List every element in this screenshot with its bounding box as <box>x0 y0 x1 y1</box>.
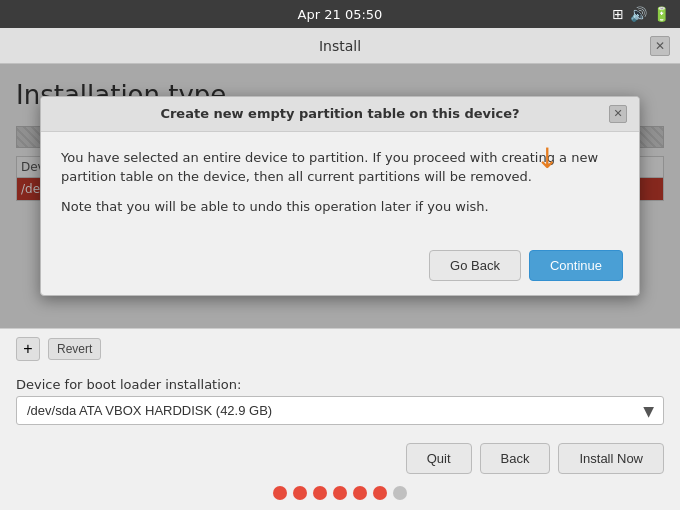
modal-arrow: ↓ <box>536 142 559 175</box>
bootloader-select-wrapper: /dev/sda ATA VBOX HARDDISK (42.9 GB) ▼ <box>16 396 664 425</box>
revert-button[interactable]: Revert <box>48 338 101 360</box>
bootloader-label: Device for boot loader installation: <box>16 377 664 392</box>
bootloader-select[interactable]: /dev/sda ATA VBOX HARDDISK (42.9 GB) <box>16 396 664 425</box>
progress-dot-5 <box>373 486 387 500</box>
main-content: Installation type Device Type Mount poin… <box>0 64 680 328</box>
battery-icon: 🔋 <box>653 6 670 22</box>
install-now-button[interactable]: Install Now <box>558 443 664 474</box>
quit-button[interactable]: Quit <box>406 443 472 474</box>
modal-close-button[interactable]: ✕ <box>609 105 627 123</box>
progress-dot-4 <box>353 486 367 500</box>
modal-title: Create new empty partition table on this… <box>71 106 609 121</box>
progress-dots <box>0 486 680 510</box>
progress-dot-2 <box>313 486 327 500</box>
window-titlebar: Install ✕ <box>0 28 680 64</box>
system-time: Apr 21 05:50 <box>298 7 383 22</box>
add-partition-button[interactable]: + <box>16 337 40 361</box>
volume-icon: 🔊 <box>630 6 647 22</box>
modal-titlebar: Create new empty partition table on this… <box>41 97 639 132</box>
bootloader-section: Device for boot loader installation: /de… <box>0 369 680 433</box>
modal-body: ↓ You have selected an entire device to … <box>41 132 639 243</box>
system-icons: ⊞ 🔊 🔋 <box>612 6 670 22</box>
go-back-button[interactable]: Go Back <box>429 250 521 281</box>
system-bar: Apr 21 05:50 ⊞ 🔊 🔋 <box>0 0 680 28</box>
network-icon: ⊞ <box>612 6 624 22</box>
modal-text-2: Note that you will be able to undo this … <box>61 197 619 217</box>
window-close-button[interactable]: ✕ <box>650 36 670 56</box>
install-window: Install ✕ Installation type Device Type … <box>0 28 680 510</box>
continue-button[interactable]: Continue <box>529 250 623 281</box>
progress-dot-6 <box>393 486 407 500</box>
window-title: Install <box>319 38 361 54</box>
progress-dot-3 <box>333 486 347 500</box>
table-controls: + Revert <box>0 328 680 369</box>
modal-buttons: Go Back Continue <box>41 242 639 295</box>
modal-overlay: Create new empty partition table on this… <box>0 64 680 328</box>
progress-dot-1 <box>293 486 307 500</box>
action-buttons: Quit Back Install Now <box>0 433 680 486</box>
back-button[interactable]: Back <box>480 443 551 474</box>
progress-dot-0 <box>273 486 287 500</box>
modal-dialog: Create new empty partition table on this… <box>40 96 640 297</box>
